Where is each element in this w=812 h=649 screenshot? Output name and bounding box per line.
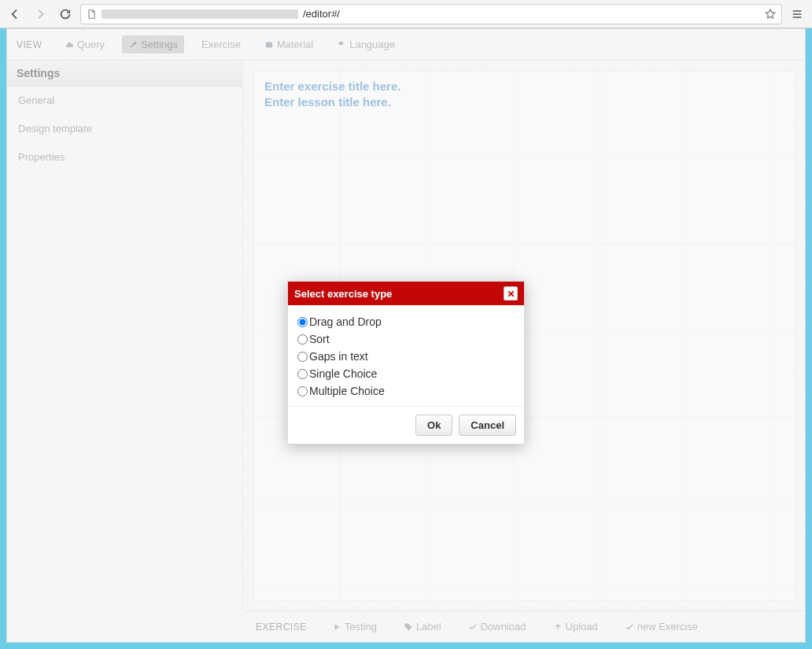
hamburger-icon [791, 8, 803, 20]
option-multiple-choice[interactable]: Multiple Choice [297, 382, 515, 400]
radio-sort[interactable] [297, 334, 308, 345]
radio-single-choice[interactable] [297, 369, 308, 379]
reload-button[interactable] [55, 4, 76, 24]
bookmark-star-icon[interactable] [764, 8, 777, 20]
browser-toolbar: /editor#/ [0, 0, 812, 28]
ok-button[interactable]: Ok [415, 415, 452, 436]
forward-button[interactable] [30, 4, 50, 24]
back-button[interactable] [5, 4, 25, 24]
dialog-close-button[interactable] [504, 286, 518, 301]
option-label: Single Choice [309, 367, 377, 380]
option-drag-and-drop[interactable]: Drag and Drop [297, 313, 515, 330]
reload-icon [59, 8, 72, 20]
url-visible-segment: /editor#/ [303, 8, 340, 20]
dialog-footer: Ok Cancel [288, 406, 524, 444]
option-label: Multiple Choice [309, 385, 385, 397]
arrow-left-icon [9, 8, 21, 20]
option-label: Gaps in text [309, 350, 368, 363]
page-icon [86, 9, 97, 20]
option-gaps-in-text[interactable]: Gaps in text [297, 348, 515, 365]
app-viewport: VIEW Query Settings Exercise Material La… [6, 28, 806, 643]
radio-multiple-choice[interactable] [297, 386, 308, 396]
browser-menu-button[interactable] [787, 4, 807, 24]
arrow-right-icon [34, 8, 46, 20]
option-label: Sort [309, 333, 330, 345]
dialog-title: Select exercise type [294, 288, 392, 300]
close-icon [507, 289, 515, 298]
dialog-body: Drag and Drop Sort Gaps in text Single C… [288, 305, 524, 406]
radio-gaps-in-text[interactable] [297, 352, 308, 362]
dialog-header[interactable]: Select exercise type [288, 282, 524, 305]
option-sort[interactable]: Sort [297, 330, 515, 348]
option-label: Drag and Drop [309, 315, 382, 328]
select-exercise-type-dialog: Select exercise type Drag and Drop Sort … [287, 281, 525, 444]
option-single-choice[interactable]: Single Choice [297, 365, 515, 382]
cancel-button[interactable]: Cancel [459, 415, 516, 436]
url-obscured-segment [102, 9, 298, 19]
address-bar[interactable]: /editor#/ [80, 4, 782, 24]
radio-drag-and-drop[interactable] [297, 317, 308, 327]
